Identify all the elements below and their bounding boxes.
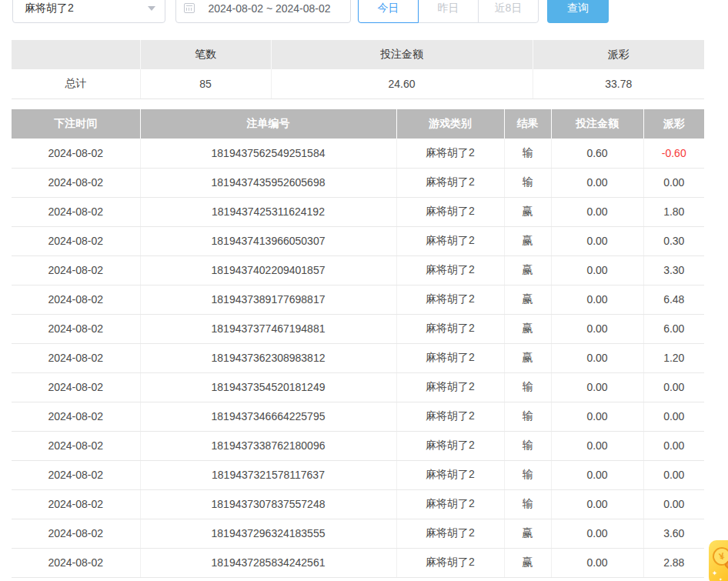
- chevron-down-icon: [148, 6, 155, 11]
- game-type-cell: 麻将胡了2: [396, 168, 504, 197]
- game-type-cell: 麻将胡了2: [396, 431, 504, 460]
- game-select[interactable]: 麻将胡了2: [12, 0, 165, 23]
- result-cell: 赢: [504, 519, 551, 548]
- bet-time-cell: 2024-08-02: [12, 548, 140, 577]
- order-id-cell: 1819437413966050307: [140, 226, 396, 255]
- table-row: 2024-08-021819437413966050307麻将胡了2赢0.000…: [12, 226, 704, 255]
- bet-amount-cell: 0.00: [551, 519, 643, 548]
- yesterday-button[interactable]: 昨日: [418, 0, 479, 23]
- table-row: 2024-08-021819437354520181249麻将胡了2输0.000…: [12, 372, 704, 402]
- game-type-cell: 麻将胡了2: [396, 255, 504, 285]
- bet-time-cell: 2024-08-02: [12, 197, 140, 226]
- payout-cell: 0.30: [643, 226, 704, 255]
- summary-header-bet-amount: 投注金额: [271, 40, 533, 69]
- order-id-cell: 1819437285834242561: [140, 548, 396, 577]
- payout-cell: 6.00: [643, 314, 704, 343]
- result-cell: 赢: [504, 285, 551, 314]
- bet-time-cell: 2024-08-02: [12, 402, 140, 431]
- game-type-cell: 麻将胡了2: [396, 197, 504, 226]
- result-cell: 赢: [504, 314, 551, 343]
- result-cell: 输: [504, 372, 551, 402]
- game-type-cell: 麻将胡了2: [396, 139, 504, 168]
- last-8-days-button[interactable]: 近8日: [478, 0, 539, 23]
- search-button[interactable]: 查询: [547, 0, 609, 23]
- promo-float-widget[interactable]: ¥ ✦ ✦: [709, 540, 728, 581]
- table-row: 2024-08-021819437425311624192麻将胡了2赢0.001…: [12, 197, 704, 226]
- bet-time-cell: 2024-08-02: [12, 168, 140, 197]
- game-type-cell: 麻将胡了2: [396, 226, 504, 255]
- game-type-cell: 麻将胡了2: [396, 460, 504, 489]
- result-cell: 赢: [504, 226, 551, 255]
- order-id-cell: 1819437377467194881: [140, 314, 396, 343]
- bet-amount-cell: 0.00: [551, 197, 643, 226]
- col-header-order-id: 注单编号: [140, 109, 396, 139]
- payout-cell: 2.88: [643, 548, 704, 577]
- game-type-cell: 麻将胡了2: [396, 314, 504, 343]
- payout-cell: 3.30: [643, 255, 704, 285]
- payout-cell: 0.00: [643, 372, 704, 402]
- bet-amount-cell: 0.00: [551, 226, 643, 255]
- date-range-value: 2024-08-02 ~ 2024-08-02: [195, 2, 344, 15]
- game-type-cell: 麻将胡了2: [396, 372, 504, 402]
- order-id-cell: 1819437389177698817: [140, 285, 396, 314]
- game-type-cell: 麻将胡了2: [396, 548, 504, 577]
- bet-time-cell: 2024-08-02: [12, 255, 140, 285]
- result-cell: 赢: [504, 548, 551, 577]
- table-row: 2024-08-021819437389177698817麻将胡了2赢0.006…: [12, 285, 704, 314]
- bet-time-cell: 2024-08-02: [12, 343, 140, 372]
- table-row: 2024-08-021819437346664225795麻将胡了2输0.000…: [12, 402, 704, 431]
- bet-amount-cell: 0.00: [551, 431, 643, 460]
- bet-time-cell: 2024-08-02: [12, 519, 140, 548]
- col-header-bet-time: 下注时间: [12, 109, 140, 139]
- table-row: 2024-08-021819437321578117637麻将胡了2输0.000…: [12, 460, 704, 489]
- payout-cell: 0.00: [643, 431, 704, 460]
- summary-header-row: 笔数 投注金额 派彩: [12, 40, 704, 69]
- table-row: 2024-08-021819437402209401857麻将胡了2赢0.003…: [12, 255, 704, 285]
- payout-cell: 3.60: [643, 519, 704, 548]
- quick-date-buttons: 今日 昨日 近8日: [358, 0, 539, 23]
- today-button[interactable]: 今日: [358, 0, 419, 23]
- result-cell: 输: [504, 431, 551, 460]
- result-cell: 输: [504, 402, 551, 431]
- bet-amount-cell: 0.00: [551, 489, 643, 519]
- payout-cell: -0.60: [643, 139, 704, 168]
- result-cell: 赢: [504, 343, 551, 372]
- table-row: 2024-08-021819437377467194881麻将胡了2赢0.006…: [12, 314, 704, 343]
- order-id-cell: 1819437321578117637: [140, 460, 396, 489]
- col-header-payout: 派彩: [643, 109, 704, 139]
- bet-time-cell: 2024-08-02: [12, 431, 140, 460]
- summary-total-count: 85: [140, 69, 271, 99]
- game-type-cell: 麻将胡了2: [396, 402, 504, 431]
- summary-total-label: 总计: [12, 69, 140, 99]
- summary-header-empty: [12, 40, 140, 69]
- bet-amount-cell: 0.00: [551, 460, 643, 489]
- table-row: 2024-08-021819437362308983812麻将胡了2赢0.001…: [12, 343, 704, 372]
- result-cell: 输: [504, 460, 551, 489]
- order-id-cell: 1819437362308983812: [140, 343, 396, 372]
- summary-header-payout: 派彩: [533, 40, 704, 69]
- result-cell: 输: [504, 489, 551, 519]
- order-id-cell: 1819437296324183555: [140, 519, 396, 548]
- sparkle-icon: ✦: [712, 569, 718, 577]
- bet-time-cell: 2024-08-02: [12, 460, 140, 489]
- game-select-value: 麻将胡了2: [25, 2, 74, 15]
- order-id-cell: 1819437562549251584: [140, 139, 396, 168]
- summary-total-row: 总计 85 24.60 33.78: [12, 69, 704, 99]
- bet-time-cell: 2024-08-02: [12, 285, 140, 314]
- summary-header-count: 笔数: [140, 40, 271, 69]
- payout-cell: 1.80: [643, 197, 704, 226]
- table-row: 2024-08-021819437296324183555麻将胡了2赢0.003…: [12, 519, 704, 548]
- table-row: 2024-08-021819437562549251584麻将胡了2输0.60-…: [12, 139, 704, 168]
- payout-cell: 0.00: [643, 402, 704, 431]
- table-row: 2024-08-021819437307837557248麻将胡了2输0.000…: [12, 489, 704, 519]
- table-row: 2024-08-021819437435952605698麻将胡了2输0.000…: [12, 168, 704, 197]
- bet-amount-cell: 0.00: [551, 372, 643, 402]
- date-range-input[interactable]: 2024-08-02 ~ 2024-08-02: [175, 0, 351, 23]
- game-type-cell: 麻将胡了2: [396, 519, 504, 548]
- bet-amount-cell: 0.00: [551, 168, 643, 197]
- order-id-cell: 1819437354520181249: [140, 372, 396, 402]
- order-id-cell: 1819437425311624192: [140, 197, 396, 226]
- bet-time-cell: 2024-08-02: [12, 139, 140, 168]
- summary-total-bet-amount: 24.60: [271, 69, 533, 99]
- order-id-cell: 1819437307837557248: [140, 489, 396, 519]
